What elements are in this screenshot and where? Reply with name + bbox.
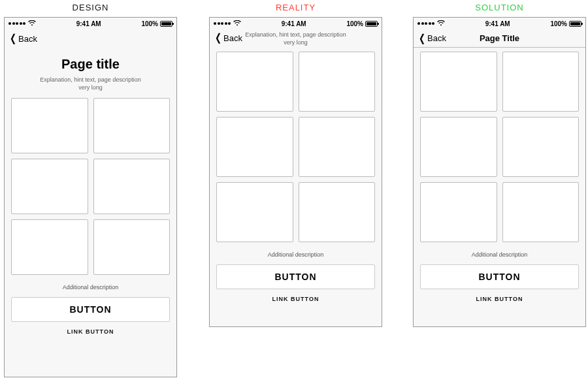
back-button[interactable]: ❮ Back [214,33,242,43]
battery-icon [365,21,378,27]
battery-icon [569,21,581,27]
primary-button[interactable]: BUTTON [420,264,579,289]
page-hint: Explanation, hint text, page description… [11,76,170,91]
column-design: DESIGN 9:41 AM 100% [4,0,177,377]
link-button[interactable]: LINK BUTTON [216,296,375,302]
column-label-solution: SOLUTION [413,0,586,16]
signal-dots-icon [417,22,434,25]
phone-design: 9:41 AM 100% ❮ Back Page title Explanati… [4,17,177,377]
status-left [417,20,445,27]
grid-cell[interactable] [299,117,376,177]
card-grid [11,98,170,275]
grid-cell[interactable] [11,159,88,214]
back-button[interactable]: ❮ Back [8,33,37,44]
status-right: 100% [346,20,378,27]
battery-percent: 100% [141,20,158,27]
battery-icon [160,21,172,27]
signal-dots-icon [214,22,231,25]
grid-cell[interactable] [93,159,171,214]
grid-cell[interactable] [93,219,171,275]
status-left [214,20,241,27]
wifi-icon [233,20,241,27]
grid-cell[interactable] [502,52,580,112]
page-title: Page title [11,57,170,72]
primary-button[interactable]: BUTTON [216,264,375,289]
card-grid [216,52,375,242]
chevron-left-icon: ❮ [10,33,16,44]
link-button[interactable]: LINK BUTTON [11,328,170,335]
wifi-icon [437,20,445,27]
grid-cell[interactable] [299,52,376,112]
content-area: Page title Explanation, hint text, page … [5,48,176,335]
link-button[interactable]: LINK BUTTON [420,296,579,302]
grid-cell[interactable] [420,117,497,177]
column-reality: REALITY 9:41 AM 100% Explanat [209,0,382,327]
content-area: Additional description BUTTON LINK BUTTO… [414,48,585,302]
additional-description: Additional description [216,251,375,258]
status-time: 9:41 AM [485,20,510,27]
phone-solution: 9:41 AM 100% ❮ Back Page Title [413,17,586,327]
status-right: 100% [141,20,172,27]
grid-cell[interactable] [420,52,497,112]
status-time: 9:41 AM [282,20,306,27]
grid-cell[interactable] [502,182,580,242]
card-grid [420,52,579,242]
grid-cell[interactable] [216,52,293,112]
column-solution: SOLUTION 9:41 AM 100% [413,0,586,327]
column-label-design: DESIGN [4,0,177,16]
nav-bar: ❮ Back Page Title [414,29,585,48]
nav-bar: ❮ Back [210,29,382,46]
additional-description: Additional description [420,251,579,258]
grid-cell[interactable] [216,182,293,242]
primary-button[interactable]: BUTTON [11,297,170,322]
grid-cell[interactable] [502,117,580,177]
status-bar: 9:41 AM 100% [5,18,176,29]
status-bar: 9:41 AM 100% [210,18,382,29]
content-area: Additional description BUTTON LINK BUTTO… [210,50,382,302]
status-time: 9:41 AM [76,20,101,27]
status-bar: 9:41 AM 100% [414,18,585,29]
nav-bar: ❮ Back [5,29,176,48]
grid-cell[interactable] [216,117,293,177]
grid-cell[interactable] [11,98,88,153]
grid-cell[interactable] [299,182,376,242]
battery-percent: 100% [550,20,567,27]
back-label: Back [427,33,446,43]
signal-dots-icon [8,22,25,25]
grid-cell[interactable] [420,182,497,242]
column-label-reality: REALITY [209,0,382,16]
wifi-icon [28,20,36,27]
back-button[interactable]: ❮ Back [417,33,446,44]
back-label: Back [18,34,37,44]
comparison-stage: DESIGN 9:41 AM 100% [0,0,588,378]
status-right: 100% [550,20,581,27]
chevron-left-icon: ❮ [419,33,425,44]
additional-description: Additional description [11,284,170,291]
phone-reality: 9:41 AM 100% Explanation, hint text, pag… [209,17,382,327]
grid-cell[interactable] [93,98,171,153]
chevron-left-icon: ❮ [215,33,221,43]
status-left [8,20,36,27]
back-label: Back [223,33,242,43]
battery-percent: 100% [346,20,363,27]
grid-cell[interactable] [11,219,88,275]
